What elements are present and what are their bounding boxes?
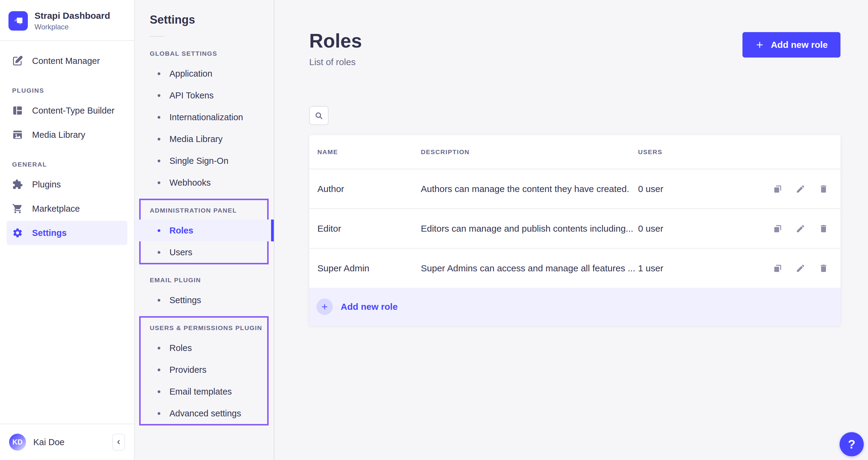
subnav-item-up-roles[interactable]: Roles — [135, 337, 274, 359]
collapse-sidebar-button[interactable] — [112, 434, 125, 451]
sidebar-item-label: Marketplace — [32, 204, 80, 214]
sidebar-item-label: Plugins — [32, 179, 61, 190]
search-button[interactable] — [309, 106, 329, 125]
image-icon — [12, 129, 23, 140]
search-icon — [314, 111, 323, 120]
workspace-brand[interactable]: Strapi Dashboard Workplace — [0, 0, 134, 40]
page-title-block: Roles List of roles — [309, 30, 362, 67]
sidebar-item-label: Settings — [32, 228, 67, 238]
sidebar-item-label: Content Manager — [32, 56, 100, 66]
duplicate-role-button[interactable] — [773, 184, 782, 194]
subnav-item-webhooks[interactable]: Webhooks — [135, 172, 274, 194]
pen-square-icon — [12, 55, 23, 66]
edit-role-button[interactable] — [796, 184, 805, 194]
delete-role-button[interactable] — [819, 263, 828, 273]
plus-circle — [316, 298, 333, 315]
table-add-new-role-label: Add new role — [341, 301, 398, 312]
subnav-item-up-providers[interactable]: Providers — [135, 359, 274, 381]
strapi-admin-app: Strapi Dashboard Workplace Content Manag… — [0, 0, 868, 460]
row-actions — [741, 263, 828, 273]
table-row[interactable]: Editor Editors can manage and publish co… — [309, 208, 840, 248]
bullet-icon — [158, 412, 160, 415]
settings-subnav: Settings GLOBAL SETTINGS Application API… — [135, 0, 274, 460]
subnav-item-media-library[interactable]: Media Library — [135, 128, 274, 150]
subnav-item-up-advanced-settings[interactable]: Advanced settings — [135, 402, 274, 424]
edit-role-button[interactable] — [796, 263, 805, 273]
bullet-icon — [158, 160, 160, 162]
subnav-item-up-email-templates[interactable]: Email templates — [135, 381, 274, 402]
edit-role-button[interactable] — [796, 224, 805, 233]
trash-icon — [819, 263, 828, 273]
role-name: Author — [317, 184, 421, 194]
subnav-item-admin-roles[interactable]: Roles — [135, 220, 274, 241]
subnav-item-single-sign-on[interactable]: Single Sign-On — [135, 150, 274, 172]
pencil-icon — [796, 263, 805, 273]
duplicate-role-button[interactable] — [773, 263, 782, 273]
bullet-icon — [158, 299, 160, 301]
group-users-permissions-plugin: USERS & PERMISSIONS PLUGIN Roles Provide… — [135, 311, 274, 424]
group-label: EMAIL PLUGIN — [150, 277, 274, 284]
role-users-count: 0 user — [638, 224, 741, 234]
group-email-plugin: EMAIL PLUGIN Settings — [135, 263, 274, 311]
subnav-title: Settings — [150, 13, 274, 26]
add-new-role-label: Add new role — [771, 40, 828, 50]
gear-icon — [12, 227, 23, 238]
table-row[interactable]: Super Admin Super Admins can access and … — [309, 248, 840, 288]
page-title: Roles — [309, 30, 362, 52]
workspace-text: Strapi Dashboard Workplace — [34, 10, 110, 31]
role-description: Super Admins can access and manage all f… — [421, 263, 638, 274]
roles-table-card: NAME DESCRIPTION USERS Author Authors ca… — [309, 135, 840, 325]
role-description: Editors can manage and publish contents … — [421, 224, 638, 234]
sidebar-item-content-manager[interactable]: Content Manager — [7, 49, 127, 73]
copy-icon — [773, 224, 782, 233]
row-actions — [741, 184, 828, 194]
subnav-item-label: Advanced settings — [169, 408, 241, 419]
subnav-item-label: Roles — [169, 226, 193, 236]
sidebar-item-marketplace[interactable]: Marketplace — [7, 197, 127, 221]
bullet-icon — [158, 369, 160, 371]
subnav-item-application[interactable]: Application — [135, 63, 274, 85]
subnav-item-internationalization[interactable]: Internationalization — [135, 106, 274, 128]
avatar[interactable]: KD — [9, 434, 26, 451]
subnav-item-label: API Tokens — [169, 90, 214, 100]
pencil-icon — [796, 184, 805, 194]
sidebar-item-content-type-builder[interactable]: Content-Type Builder — [7, 98, 127, 123]
delete-role-button[interactable] — [819, 224, 828, 233]
help-button[interactable]: ? — [840, 432, 864, 456]
add-new-role-button[interactable]: Add new role — [742, 32, 840, 58]
subnav-item-api-tokens[interactable]: API Tokens — [135, 85, 274, 106]
delete-role-button[interactable] — [819, 184, 828, 194]
subnav-item-label: Single Sign-On — [169, 156, 228, 166]
subnav-item-label: Media Library — [169, 134, 223, 144]
subnav-item-email-settings[interactable]: Settings — [135, 289, 274, 311]
subnav-item-label: Settings — [169, 295, 201, 305]
duplicate-role-button[interactable] — [773, 224, 782, 233]
bullet-icon — [158, 390, 160, 393]
copy-icon — [773, 184, 782, 194]
bullet-icon — [158, 138, 160, 141]
table-row[interactable]: Author Authors can manage the content th… — [309, 169, 840, 208]
pencil-icon — [796, 224, 805, 233]
role-users-count: 0 user — [638, 184, 741, 194]
subnav-item-label: Webhooks — [169, 178, 211, 188]
bullet-icon — [158, 116, 160, 119]
layout-icon — [12, 105, 23, 116]
plus-icon — [755, 40, 764, 49]
main-content: Roles List of roles Add new role NAME DE… — [274, 0, 868, 460]
bullet-icon — [158, 94, 160, 97]
cart-icon — [12, 203, 23, 214]
role-name: Editor — [317, 224, 421, 234]
subnav-item-admin-users[interactable]: Users — [135, 241, 274, 263]
bullet-icon — [158, 347, 160, 349]
sidebar-item-settings[interactable]: Settings — [7, 221, 127, 245]
table-add-new-role-button[interactable]: Add new role — [309, 288, 840, 325]
sidebar-item-plugins[interactable]: Plugins — [7, 172, 127, 197]
subnav-item-label: Internationalization — [169, 112, 243, 122]
column-header-name: NAME — [317, 148, 421, 156]
main-sidebar: Strapi Dashboard Workplace Content Manag… — [0, 0, 135, 460]
sidebar-nav: Content Manager PLUGINS Content-Type Bui… — [0, 41, 134, 245]
column-header-description: DESCRIPTION — [421, 148, 638, 156]
column-header-users: USERS — [638, 148, 741, 156]
sidebar-item-media-library[interactable]: Media Library — [7, 123, 127, 147]
subnav-item-label: Users — [169, 248, 192, 257]
